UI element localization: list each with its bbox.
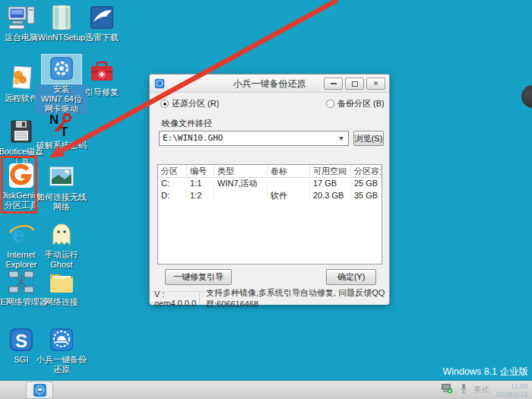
partition-list-header[interactable]: 分区 编号 类型 卷标 可用空间 分区容量 <box>158 165 382 177</box>
cell-partition: D: <box>158 189 187 201</box>
taskbar: 美式 11:58 2018/1/16 <box>0 379 532 399</box>
desktop-icon-wireless-help[interactable]: 如何连接无线 网络 <box>42 163 81 212</box>
chevron-down-icon[interactable]: ▼ <box>336 133 347 144</box>
backup-restore-dialog: 小兵一键备份还原 ✕ 还原分区 (R) 备份分区 (B) 映像文件路径 E:\W… <box>149 74 390 304</box>
windows-watermark: Windows 8.1 企业版 <box>442 366 528 378</box>
desktop-icon-label: 小兵一键备份 还原 <box>35 355 88 375</box>
backup-partition-radio[interactable]: 备份分区 (B) <box>326 98 385 109</box>
table-row-d[interactable]: D: 1:2 软件 20.3 GB 35 GB <box>158 189 382 201</box>
clock-time: 11:58 <box>511 382 528 390</box>
radio-label: 还原分区 (R) <box>172 98 219 109</box>
column-header[interactable]: 可用空间 <box>310 165 351 178</box>
desktop-icon-install-win7[interactable]: 安装 WIN7 64位 网卡驱动 <box>42 55 81 114</box>
maximize-button[interactable] <box>345 78 364 90</box>
nt-key-icon: N T <box>42 111 81 140</box>
restore-partition-radio[interactable]: 还原分区 (R) <box>160 98 219 109</box>
partition-list: 分区 编号 类型 卷标 可用空间 分区容量 C: 1:1 WIN7,活动 17 … <box>157 164 382 264</box>
column-header[interactable]: 编号 <box>187 165 214 178</box>
radio-dot-icon <box>160 100 169 108</box>
input-language-indicator[interactable]: 美式 <box>474 385 489 395</box>
svg-text:N: N <box>49 112 59 127</box>
repair-boot-button[interactable]: 一键修复引导 <box>165 269 232 285</box>
status-info-text: 支持多种镜像,多系统引导自动修复, 问题反馈QQ群:606616468 <box>200 287 389 310</box>
cell-number: 1:2 <box>187 189 214 201</box>
computer-icon <box>2 3 41 32</box>
network-diagram-icon <box>2 268 41 296</box>
image-path-label: 映像文件路径 <box>162 118 212 129</box>
desktop-icon-label: 破解系统密码 <box>35 141 88 150</box>
red-highlight-rectangle <box>1 156 37 214</box>
photo-icon <box>42 163 81 192</box>
close-icon: ✕ <box>373 80 379 87</box>
cell-number: 1:1 <box>187 177 214 189</box>
cell-free-space: 20.3 GB <box>310 189 351 201</box>
sgi-s-icon: S <box>2 325 41 354</box>
desktop-icon-nt-password[interactable]: N T 破解系统密码 <box>42 111 81 150</box>
desktop-icon-manual-ghost[interactable]: 手动运行 Ghost <box>42 220 81 270</box>
cell-capacity: 25 GB <box>351 177 382 189</box>
cell-capacity: 35 GB <box>351 189 382 201</box>
ie-icon: e <box>2 220 41 249</box>
minimize-icon <box>331 83 337 84</box>
version-text: V : oem4.0.0.0 <box>150 292 200 305</box>
desktop-icon-label: 引导修复 <box>75 87 128 97</box>
column-header[interactable]: 卷标 <box>268 165 310 178</box>
desktop-icon-thunder[interactable]: 迅雷下载 <box>82 3 122 43</box>
radio-label: 备份分区 (B) <box>337 98 385 109</box>
cell-type: WIN7,活动 <box>214 177 268 189</box>
clock-date: 2018/1/16 <box>496 390 528 398</box>
dialog-titlebar[interactable]: 小兵一键备份还原 ✕ <box>150 74 389 93</box>
table-row-c[interactable]: C: 1:1 WIN7,活动 17 GB 25 GB <box>158 177 382 189</box>
network-status-icon[interactable] <box>441 383 453 397</box>
desktop-icon-label: 如何连接无线 网络 <box>35 192 88 212</box>
column-header[interactable]: 类型 <box>214 165 268 178</box>
toolbox-icon <box>82 58 122 87</box>
cell-volume-label: 软件 <box>268 189 310 201</box>
input-device-icon[interactable] <box>460 383 467 397</box>
minimize-button[interactable] <box>324 78 343 90</box>
radio-dot-icon <box>326 100 334 108</box>
image-path-value: E:\WIN10.GHO <box>163 133 223 143</box>
desktop-icon-xiaobing-backup[interactable]: 小兵一键备份 还原 <box>42 325 81 375</box>
taskbar-clock[interactable]: 11:58 2018/1/16 <box>496 382 530 399</box>
folder-icon <box>42 268 81 296</box>
column-header[interactable]: 分区 <box>158 165 187 178</box>
soldier-helmet-icon <box>33 383 47 397</box>
soldier-helmet-icon <box>42 325 81 354</box>
column-header[interactable]: 分区容量 <box>351 165 382 178</box>
svg-text:S: S <box>15 331 27 351</box>
image-path-combobox[interactable]: E:\WIN10.GHO ▼ <box>159 131 349 146</box>
browse-button[interactable]: 浏览(S) <box>353 131 384 146</box>
maximize-icon <box>352 81 358 87</box>
system-tray: 美式 11:58 2018/1/16 <box>441 381 530 399</box>
cell-volume-label <box>268 177 310 189</box>
thunder-bird-icon <box>82 3 122 32</box>
taskbar-app-xiaobing[interactable] <box>26 382 53 399</box>
gear-install-icon <box>42 55 81 84</box>
ok-button[interactable]: 确定(Y) <box>326 269 376 285</box>
chat-bubble-button[interactable] <box>521 85 532 108</box>
cell-partition: C: <box>158 177 187 189</box>
desktop-icon-label: 网络连接 <box>35 297 88 307</box>
cell-type <box>214 189 268 201</box>
desktop-icon-boot-repair[interactable]: 引导修复 <box>82 58 122 97</box>
close-button[interactable]: ✕ <box>366 78 385 90</box>
ghost-icon <box>42 220 81 249</box>
installer-box-icon <box>42 3 81 32</box>
dialog-statusbar: V : oem4.0.0.0 支持多种镜像,多系统引导自动修复, 问题反馈QQ群… <box>150 291 389 305</box>
cell-free-space: 17 GB <box>310 177 351 189</box>
desktop-icon-label: 迅雷下载 <box>75 33 128 43</box>
desktop-icon-network-connections[interactable]: 网络连接 <box>42 268 81 307</box>
